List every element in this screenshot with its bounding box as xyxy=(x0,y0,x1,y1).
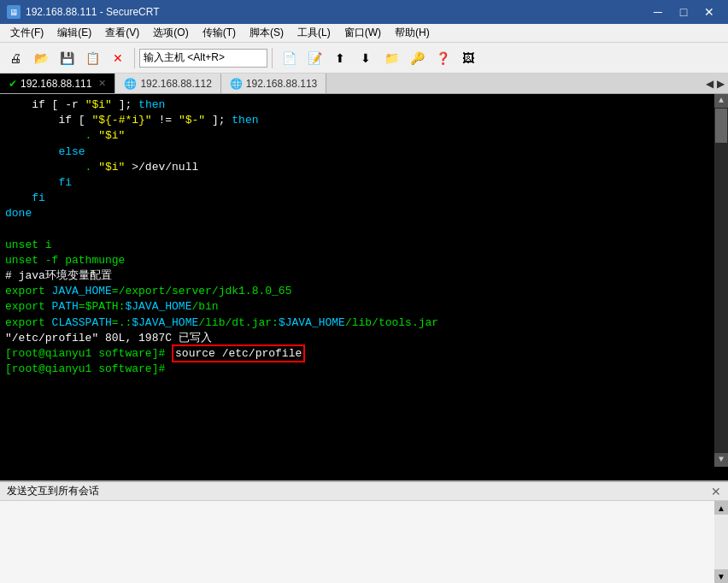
tab-active[interactable]: ✔ 192.168.88.111 ✕ xyxy=(0,74,115,93)
terminal-wrapper: if [ -r "$i" ]; then if [ "${-#*i}" != "… xyxy=(0,94,728,480)
tab-inactive-1[interactable]: 🌐 192.168.88.112 xyxy=(115,74,220,93)
terminal-line-14: export PATH=$PATH:$JAVA_HOME/bin xyxy=(5,299,723,315)
toolbar-paste-btn[interactable]: 📝 xyxy=(302,46,326,70)
toolbar-input-container xyxy=(139,49,267,68)
terminal-line-1: if [ -r "$i" ]; then xyxy=(5,97,723,113)
tab-inactive-label-2: 192.168.88.113 xyxy=(246,78,317,90)
app-icon: 🖥 xyxy=(7,5,21,19)
scroll-up-arrow[interactable]: ▲ xyxy=(714,94,728,108)
menu-transfer[interactable]: 传输(T) xyxy=(196,24,243,42)
scroll-track xyxy=(714,108,728,453)
toolbar-sep1 xyxy=(134,48,135,68)
terminal-line-8: done xyxy=(5,206,723,221)
terminal-line-3: . "$i" xyxy=(5,128,723,144)
terminal-line-6: fi xyxy=(5,175,723,191)
terminal-line-13: export JAVA_HOME=/export/server/jdk1.8.0… xyxy=(5,284,723,299)
menu-file[interactable]: 文件(F) xyxy=(3,24,50,42)
toolbar-delete-btn[interactable]: ✕ xyxy=(106,46,130,70)
tab-bar: ✔ 192.168.88.111 ✕ 🌐 192.168.88.112 🌐 19… xyxy=(0,74,728,94)
terminal-line-12: # java环境变量配置 xyxy=(5,268,723,284)
bottom-panel-content[interactable]: ▲ ▼ xyxy=(0,501,728,583)
menu-window[interactable]: 窗口(W) xyxy=(338,24,388,42)
window-title: 192.168.88.111 - SecureCRT xyxy=(26,6,160,18)
tab-close-btn[interactable]: ✕ xyxy=(98,78,106,89)
maximize-button[interactable]: □ xyxy=(672,3,696,21)
terminal-line-7: fi xyxy=(5,191,723,206)
toolbar-key-btn[interactable]: 🔑 xyxy=(405,46,429,70)
tab-globe-icon-1: 🌐 xyxy=(124,78,137,90)
window-controls: ─ □ ✕ xyxy=(646,3,721,21)
scroll-down-arrow[interactable]: ▼ xyxy=(714,453,728,467)
terminal-line-16: "/etc/profile" 80L, 1987C 已写入 xyxy=(5,331,723,346)
toolbar-open-btn[interactable]: 📂 xyxy=(29,46,53,70)
menu-edit[interactable]: 编辑(E) xyxy=(50,24,98,42)
title-bar-left: 🖥 192.168.88.111 - SecureCRT xyxy=(7,5,160,19)
terminal-line-11: unset -f pathmunge xyxy=(5,253,723,268)
title-bar: 🖥 192.168.88.111 - SecureCRT ─ □ ✕ xyxy=(0,0,728,24)
tab-nav-right[interactable]: ▶ xyxy=(717,78,725,90)
tab-active-label: 192.168.88.111 xyxy=(21,78,91,90)
toolbar-btn4[interactable]: 📋 xyxy=(80,46,104,70)
bottom-panel-header: 发送交互到所有会话 ✕ xyxy=(0,482,728,501)
menu-tools[interactable]: 工具(L) xyxy=(291,24,338,42)
host-input[interactable] xyxy=(144,52,263,64)
terminal-line-10: unset i xyxy=(5,238,723,253)
toolbar: 🖨 📂 💾 📋 ✕ 📄 📝 ⬆ ⬇ 📁 🔑 ❓ 🖼 xyxy=(0,43,728,74)
menu-script[interactable]: 脚本(S) xyxy=(243,24,291,42)
terminal-line-15: export CLASSPATH=.:$JAVA_HOME/lib/dt.jar… xyxy=(5,315,723,331)
scroll-thumb[interactable] xyxy=(715,109,727,143)
terminal-line-4: else xyxy=(5,144,723,160)
toolbar-extra-btn[interactable]: 🖼 xyxy=(456,46,480,70)
bottom-panel-scrollbar: ▲ ▼ xyxy=(714,501,728,583)
bottom-panel-title: 发送交互到所有会话 xyxy=(7,484,99,498)
terminal-line-5: . "$i" >/dev/null xyxy=(5,160,723,175)
tab-inactive-label-1: 192.168.88.112 xyxy=(140,78,211,90)
terminal-line-18: [root@qianyu1 software]# xyxy=(5,362,723,377)
bottom-scroll-track xyxy=(714,515,728,569)
bottom-scroll-down[interactable]: ▼ xyxy=(714,569,728,583)
tab-nav: ◀ ▶ xyxy=(702,74,728,93)
tab-globe-icon-2: 🌐 xyxy=(230,78,243,90)
terminal-line-9 xyxy=(5,222,723,238)
terminal-scrollbar[interactable]: ▲ ▼ xyxy=(714,94,728,467)
menu-view[interactable]: 查看(V) xyxy=(98,24,146,42)
toolbar-upload-btn[interactable]: ⬆ xyxy=(328,46,352,70)
toolbar-save-btn[interactable]: 💾 xyxy=(55,46,79,70)
menu-bar: 文件(F) 编辑(E) 查看(V) 选项(O) 传输(T) 脚本(S) 工具(L… xyxy=(0,24,728,43)
bottom-scroll-up[interactable]: ▲ xyxy=(714,501,728,515)
toolbar-sep2 xyxy=(272,48,273,68)
terminal-content: if [ -r "$i" ]; then if [ "${-#*i}" != "… xyxy=(5,97,723,477)
bottom-panel: 发送交互到所有会话 ✕ ▲ ▼ xyxy=(0,480,728,583)
tab-nav-left[interactable]: ◀ xyxy=(706,78,713,90)
tab-inactive-2[interactable]: 🌐 192.168.88.113 xyxy=(221,74,326,93)
bottom-panel-close-btn[interactable]: ✕ xyxy=(711,485,721,498)
content-area: if [ -r "$i" ]; then if [ "${-#*i}" != "… xyxy=(0,94,728,583)
close-button[interactable]: ✕ xyxy=(697,3,721,21)
toolbar-copy-btn[interactable]: 📄 xyxy=(277,46,301,70)
toolbar-new-btn[interactable]: 🖨 xyxy=(3,46,27,70)
menu-help[interactable]: 帮助(H) xyxy=(388,24,437,42)
tab-check-icon: ✔ xyxy=(9,78,17,90)
terminal-line-2: if [ "${-#*i}" != "$-" ]; then xyxy=(5,113,723,128)
minimize-button[interactable]: ─ xyxy=(646,3,670,21)
toolbar-help-btn[interactable]: ❓ xyxy=(431,46,455,70)
toolbar-sftp-btn[interactable]: 📁 xyxy=(379,46,403,70)
toolbar-download-btn[interactable]: ⬇ xyxy=(354,46,378,70)
terminal-line-17: [root@qianyu1 software]# source /etc/pro… xyxy=(5,346,723,362)
terminal[interactable]: if [ -r "$i" ]; then if [ "${-#*i}" != "… xyxy=(0,94,728,480)
menu-options[interactable]: 选项(O) xyxy=(146,24,195,42)
